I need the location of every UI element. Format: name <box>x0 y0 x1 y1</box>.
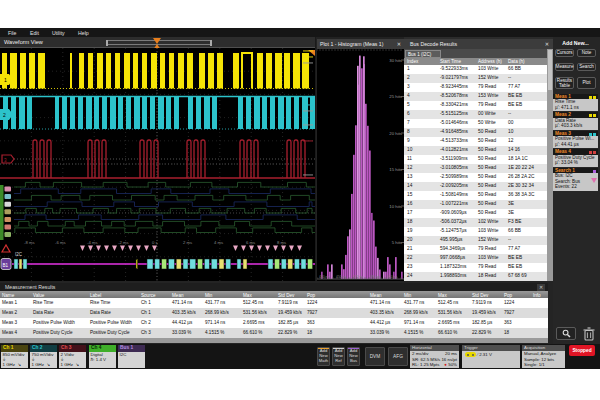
svg-text:6 ms: 6 ms <box>246 240 255 245</box>
svg-text:10 hits: 10 hits <box>389 204 402 209</box>
svg-text:-8 ms: -8 ms <box>24 240 34 245</box>
svg-text:25 hits: 25 hits <box>389 94 402 99</box>
svg-text:3: 3 <box>4 158 7 163</box>
svg-text:30 hits: 30 hits <box>389 58 402 63</box>
svg-text:4 ms: 4 ms <box>214 240 223 245</box>
svg-text:15 hits: 15 hits <box>389 167 402 172</box>
svg-text:510 ns: 510 ns <box>387 275 397 279</box>
svg-text:20 hits: 20 hits <box>389 131 402 136</box>
svg-text:430 ns: 430 ns <box>319 275 329 279</box>
svg-text:490 ns: 490 ns <box>370 275 380 279</box>
svg-text:5 hits: 5 hits <box>392 240 402 245</box>
svg-text:-2 ms: -2 ms <box>118 240 128 245</box>
svg-text:0 s: 0 s <box>152 240 158 245</box>
svg-text:8 ms: 8 ms <box>277 240 286 245</box>
svg-text:2: 2 <box>3 112 6 118</box>
svg-text:I2C: I2C <box>15 252 23 257</box>
svg-text:2 ms: 2 ms <box>183 240 192 245</box>
svg-text:B1: B1 <box>3 263 9 268</box>
svg-text:1: 1 <box>4 77 7 83</box>
svg-text:-4 ms: -4 ms <box>87 240 97 245</box>
svg-text:-6 ms: -6 ms <box>55 240 65 245</box>
svg-text:470 ns: 470 ns <box>353 275 363 279</box>
